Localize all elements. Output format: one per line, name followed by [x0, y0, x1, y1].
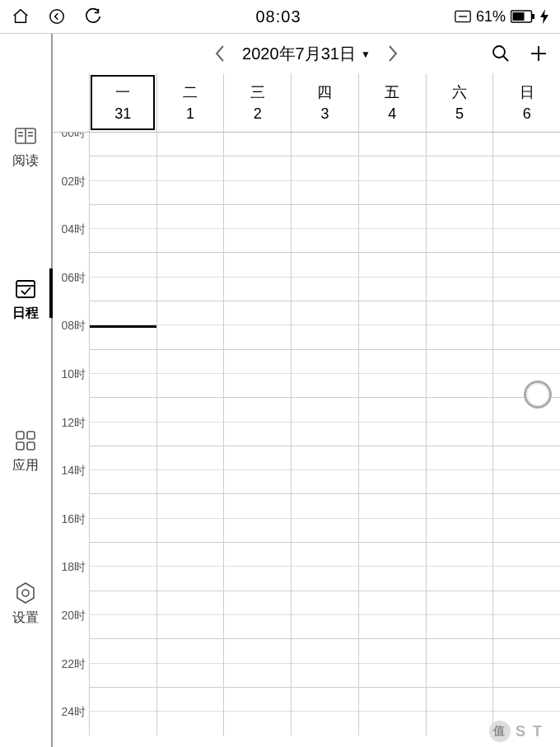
back-icon[interactable]: [48, 7, 66, 26]
hour-cell[interactable]: [90, 591, 156, 615]
hour-cell[interactable]: [224, 494, 291, 518]
weekday-header-cell[interactable]: 三2: [223, 73, 291, 132]
hour-cell[interactable]: [90, 639, 156, 663]
hour-cell[interactable]: [224, 278, 291, 301]
hour-cell[interactable]: [224, 156, 291, 180]
calendar-date-picker[interactable]: 2020年7月31日 ▼: [242, 43, 371, 65]
hour-cell[interactable]: [292, 133, 358, 156]
hour-cell[interactable]: [157, 615, 224, 639]
hour-cell[interactable]: [224, 133, 291, 156]
day-column[interactable]: [426, 133, 493, 735]
hour-cell[interactable]: [157, 325, 224, 349]
hour-cell[interactable]: [224, 591, 291, 615]
hour-cell[interactable]: [359, 591, 426, 615]
hour-cell[interactable]: [359, 253, 426, 277]
hour-cell[interactable]: [90, 423, 156, 446]
hour-cell[interactable]: [427, 374, 493, 398]
hour-cell[interactable]: [292, 519, 358, 543]
hour-cell[interactable]: [224, 688, 291, 712]
hour-cell[interactable]: [359, 229, 426, 253]
hour-cell[interactable]: [224, 374, 291, 398]
hour-cell[interactable]: [427, 325, 493, 349]
hour-cell[interactable]: [90, 494, 156, 518]
hour-cell[interactable]: [427, 181, 493, 205]
hour-cell[interactable]: [359, 615, 426, 639]
time-grid-scroll[interactable]: 00时02时04时06时08时10时12时14时16时18时20时22时24时: [53, 133, 560, 747]
hour-cell[interactable]: [90, 133, 156, 156]
weekday-header-cell[interactable]: 一31: [89, 73, 156, 132]
hour-cell[interactable]: [90, 301, 156, 325]
hour-cell[interactable]: [292, 615, 358, 639]
hour-cell[interactable]: [493, 278, 560, 301]
hour-cell[interactable]: [90, 543, 156, 567]
hour-cell[interactable]: [427, 229, 493, 253]
day-column[interactable]: [89, 133, 156, 735]
hour-cell[interactable]: [292, 205, 358, 229]
hour-cell[interactable]: [292, 229, 358, 253]
hour-cell[interactable]: [359, 639, 426, 663]
prev-week-icon[interactable]: [214, 44, 226, 63]
hour-cell[interactable]: [493, 494, 560, 518]
hour-cell[interactable]: [359, 350, 426, 374]
hour-cell[interactable]: [493, 229, 560, 253]
hour-cell[interactable]: [90, 374, 156, 398]
next-week-icon[interactable]: [387, 44, 399, 63]
hour-cell[interactable]: [157, 181, 224, 205]
hour-cell[interactable]: [224, 301, 291, 325]
hour-cell[interactable]: [292, 567, 358, 591]
hour-cell[interactable]: [90, 229, 156, 253]
hour-cell[interactable]: [493, 470, 560, 494]
hour-cell[interactable]: [493, 688, 560, 712]
weekday-header-cell[interactable]: 二1: [156, 73, 224, 132]
refresh-icon[interactable]: [84, 7, 102, 26]
hour-cell[interactable]: [157, 156, 224, 180]
hour-cell[interactable]: [157, 664, 224, 688]
hour-cell[interactable]: [493, 156, 560, 180]
hour-cell[interactable]: [157, 398, 224, 422]
hour-cell[interactable]: [90, 615, 156, 639]
hour-cell[interactable]: [224, 229, 291, 253]
hour-cell[interactable]: [90, 181, 156, 205]
hour-cell[interactable]: [90, 398, 156, 422]
hour-cell[interactable]: [224, 567, 291, 591]
hour-cell[interactable]: [157, 591, 224, 615]
hour-cell[interactable]: [90, 278, 156, 301]
hour-cell[interactable]: [292, 398, 358, 422]
hour-cell[interactable]: [90, 567, 156, 591]
hour-cell[interactable]: [90, 205, 156, 229]
hour-cell[interactable]: [90, 470, 156, 494]
floating-action-handle[interactable]: [524, 381, 552, 409]
search-icon[interactable]: [491, 44, 511, 63]
hour-cell[interactable]: [90, 446, 156, 470]
hour-cell[interactable]: [157, 133, 224, 156]
hour-cell[interactable]: [359, 543, 426, 567]
hour-cell[interactable]: [493, 615, 560, 639]
hour-cell[interactable]: [292, 350, 358, 374]
hour-cell[interactable]: [427, 639, 493, 663]
hour-cell[interactable]: [224, 350, 291, 374]
hour-cell[interactable]: [292, 470, 358, 494]
home-icon[interactable]: [12, 7, 30, 26]
hour-cell[interactable]: [359, 156, 426, 180]
sidebar-item-settings[interactable]: 设置: [0, 581, 51, 627]
hour-cell[interactable]: [292, 446, 358, 470]
hour-cell[interactable]: [427, 301, 493, 325]
hour-cell[interactable]: [224, 615, 291, 639]
weekday-header-cell[interactable]: 日6: [492, 73, 560, 132]
hour-cell[interactable]: [292, 664, 358, 688]
hour-cell[interactable]: [292, 639, 358, 663]
sidebar-item-calendar[interactable]: 日程: [0, 277, 51, 322]
day-column[interactable]: [358, 133, 426, 735]
hour-cell[interactable]: [224, 398, 291, 422]
hour-cell[interactable]: [157, 229, 224, 253]
hour-cell[interactable]: [90, 519, 156, 543]
hour-cell[interactable]: [427, 253, 493, 277]
hour-cell[interactable]: [427, 446, 493, 470]
add-event-icon[interactable]: [529, 44, 548, 63]
hour-cell[interactable]: [157, 543, 224, 567]
hour-cell[interactable]: [493, 423, 560, 446]
hour-cell[interactable]: [224, 205, 291, 229]
hour-cell[interactable]: [359, 664, 426, 688]
hour-cell[interactable]: [157, 301, 224, 325]
day-column[interactable]: [291, 133, 358, 735]
